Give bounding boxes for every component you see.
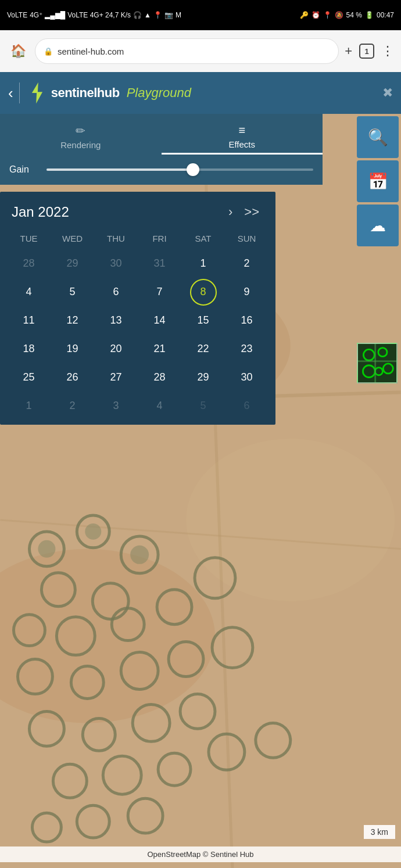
svg-point-8	[38, 540, 55, 558]
gain-slider[interactable]	[46, 168, 313, 171]
cal-day-13[interactable]: 13	[94, 306, 138, 335]
tabs-panel: ✏ Rendering ≡ Effects Gain	[0, 114, 323, 185]
browser-bar: 🏠 🔒 sentinel-hub.com + 1 ⋮	[0, 30, 401, 72]
cal-day-19[interactable]: 19	[51, 335, 94, 363]
cloud-button[interactable]: ☁	[357, 205, 399, 246]
day-thu: THU	[94, 230, 138, 247]
svg-point-12	[130, 546, 149, 564]
url-bar[interactable]: 🔒 sentinel-hub.com	[35, 38, 339, 64]
svg-point-10	[85, 523, 101, 540]
tab-rendering-label: Rendering	[60, 140, 101, 150]
browser-actions: + 1 ⋮	[345, 44, 394, 59]
cal-day-30-prev[interactable]: 30	[94, 249, 138, 278]
day-fri: FRI	[138, 230, 181, 247]
calendar-nav: › >>	[224, 202, 264, 222]
cal-day-22[interactable]: 22	[181, 335, 225, 363]
lock-icon: 🔒	[44, 47, 53, 56]
cal-day-9[interactable]: 9	[225, 278, 268, 306]
cal-day-29-prev[interactable]: 29	[51, 249, 94, 278]
cloud-icon: ☁	[370, 216, 386, 235]
cal-day-29[interactable]: 29	[181, 363, 225, 392]
battery-percent: 54 %	[346, 11, 362, 19]
cal-day-11[interactable]: 11	[7, 306, 51, 335]
app-header: ‹ sentinelhub Playground ✖	[0, 72, 401, 114]
map-thumbnail	[357, 343, 398, 383]
cal-day-7[interactable]: 7	[138, 278, 181, 306]
tab-count-button[interactable]: 1	[359, 44, 374, 59]
svg-marker-37	[32, 83, 42, 103]
cal-day-4[interactable]: 4	[7, 278, 51, 306]
search-icon: 🔍	[368, 128, 388, 147]
gain-slider-thumb[interactable]	[187, 163, 199, 176]
battery-icon: 🔋	[365, 11, 374, 19]
tab-effects[interactable]: ≡ Effects	[162, 117, 323, 155]
mail-icon: M	[176, 11, 181, 19]
vpn-icon: ▲	[144, 11, 151, 19]
cal-day-20[interactable]: 20	[94, 335, 138, 363]
home-button[interactable]: 🏠	[7, 40, 29, 62]
cal-day-1-next[interactable]: 1	[7, 392, 51, 420]
url-text: sentinel-hub.com	[58, 46, 124, 56]
back-button[interactable]: ‹	[8, 84, 13, 102]
cal-day-27[interactable]: 27	[94, 363, 138, 392]
cal-day-2-next[interactable]: 2	[51, 392, 94, 420]
new-tab-button[interactable]: +	[345, 44, 352, 59]
cal-day-6[interactable]: 6	[94, 278, 138, 306]
calendar-header: Jan 2022 › >>	[0, 192, 275, 228]
brand-name: sentinelhub	[51, 85, 120, 101]
calendar-button[interactable]: 📅	[357, 160, 399, 202]
alarm-icon: ⏰	[312, 11, 320, 19]
cal-day-2[interactable]: 2	[225, 249, 268, 278]
cal-day-18[interactable]: 18	[7, 335, 51, 363]
cal-day-1[interactable]: 1	[181, 249, 225, 278]
cal-day-6-next[interactable]: 6	[225, 392, 268, 420]
gain-label: Gain	[9, 164, 38, 175]
cal-day-21[interactable]: 21	[138, 335, 181, 363]
menu-button[interactable]: ⋮	[381, 44, 394, 59]
volte-indicator: VoLTE	[7, 11, 27, 19]
scale-bar: 3 km	[364, 825, 395, 839]
next-month-button[interactable]: ›	[224, 202, 237, 222]
svg-rect-45	[374, 344, 376, 382]
status-left: VoLTE 4G⁺ ▂▄▆█ VoLTE 4G+ 24,7 K/s 🎧 ▲ 📍 …	[7, 11, 181, 19]
cal-day-30[interactable]: 30	[225, 363, 268, 392]
tab-rendering[interactable]: ✏ Rendering	[0, 117, 162, 155]
clock: 00:47	[377, 11, 394, 19]
cal-day-5[interactable]: 5	[51, 278, 94, 306]
signal-bars: ▂▄▆█	[45, 11, 65, 19]
brand-icon	[28, 81, 46, 105]
cal-day-26[interactable]: 26	[51, 363, 94, 392]
search-button[interactable]: 🔍	[357, 116, 399, 158]
day-sun: SUN	[225, 230, 268, 247]
cal-day-8-selected[interactable]: 8	[190, 279, 217, 306]
cal-day-28[interactable]: 28	[138, 363, 181, 392]
right-sidebar: 🔍 📅 ☁	[355, 114, 401, 249]
tab-effects-label: Effects	[228, 139, 255, 149]
status-right: 🔑 ⏰ 📍 🔕 54 % 🔋 00:47	[300, 11, 394, 19]
playground-label: Playground	[127, 85, 191, 101]
cal-day-31-prev[interactable]: 31	[138, 249, 181, 278]
headphone-icon: 🎧	[133, 11, 142, 19]
brand-logo: sentinelhub Playground	[28, 81, 191, 105]
cal-day-28-prev[interactable]: 28	[7, 249, 51, 278]
cal-day-23[interactable]: 23	[225, 335, 268, 363]
rendering-icon: ✏	[76, 124, 85, 138]
satellite-icon[interactable]: ✖	[382, 85, 393, 101]
header-divider	[19, 83, 20, 103]
day-tue: TUE	[7, 230, 51, 247]
calendar-month-title: Jan 2022	[12, 204, 69, 220]
svg-rect-38	[358, 344, 396, 382]
data-speed: VoLTE 4G+ 24,7 K/s	[67, 11, 131, 19]
status-bar: VoLTE 4G⁺ ▂▄▆█ VoLTE 4G+ 24,7 K/s 🎧 ▲ 📍 …	[0, 0, 401, 30]
cal-day-14[interactable]: 14	[138, 306, 181, 335]
cal-day-5-next[interactable]: 5	[181, 392, 225, 420]
cal-day-12[interactable]: 12	[51, 306, 94, 335]
tabs-row: ✏ Rendering ≡ Effects	[0, 114, 323, 155]
network-indicator: 4G⁺	[30, 11, 42, 19]
fast-forward-button[interactable]: >>	[239, 202, 264, 222]
cal-day-15[interactable]: 15	[181, 306, 225, 335]
cal-day-25[interactable]: 25	[7, 363, 51, 392]
cal-day-4-next[interactable]: 4	[138, 392, 181, 420]
cal-day-16[interactable]: 16	[225, 306, 268, 335]
cal-day-3-next[interactable]: 3	[94, 392, 138, 420]
